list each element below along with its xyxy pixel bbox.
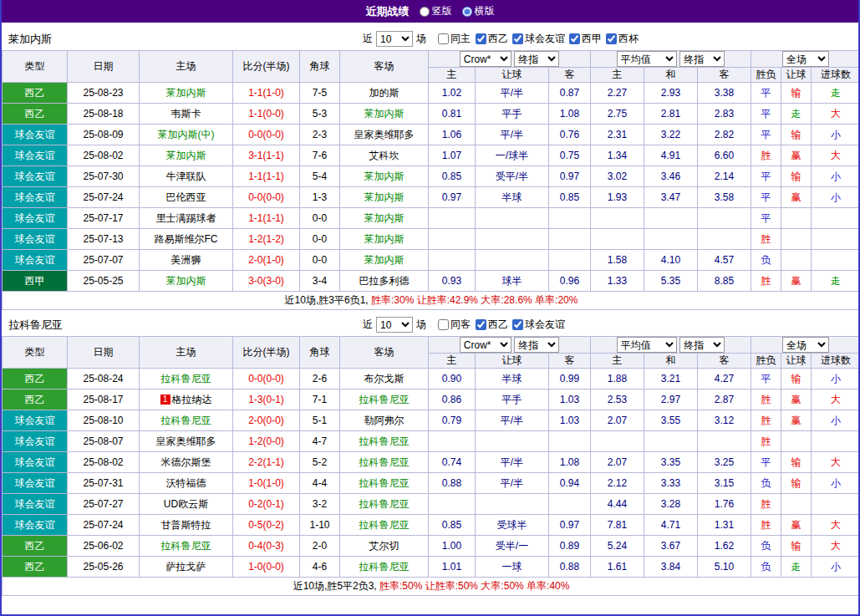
horizontal-layout-radio[interactable]	[462, 7, 472, 17]
col-odds-away: 客	[549, 68, 591, 83]
match-count-select[interactable]: 10	[376, 317, 413, 333]
odds-home-cell: 0.79	[429, 410, 476, 431]
away-team-cell: 拉科鲁尼亚	[340, 431, 429, 452]
league-type-cell: 球会友谊	[3, 166, 68, 187]
odds-home-cell: 0.85	[429, 166, 476, 187]
league-type-cell: 西乙	[3, 557, 68, 578]
avg-draw-cell: 4.71	[644, 515, 698, 536]
league-type-cell: 西乙	[3, 369, 68, 389]
odds-stage-select[interactable]: 终指	[514, 337, 559, 353]
result-cell: 平	[751, 83, 781, 104]
league-checkbox[interactable]	[569, 33, 580, 44]
avg-home-cell: 4.44	[591, 494, 644, 515]
league-filter-checkbox[interactable]: 西甲	[569, 32, 602, 46]
handicap-result-cell	[781, 208, 812, 229]
league-type-cell: 球会友谊	[3, 452, 68, 473]
same-venue-checkbox[interactable]	[438, 319, 449, 330]
period-select[interactable]: 全场	[782, 51, 829, 67]
home-team-cell: 美洲狮	[140, 250, 233, 271]
odds-stage-select[interactable]: 终指	[514, 51, 559, 67]
away-team-cell: 莱加内斯	[340, 187, 429, 208]
avg-away-cell	[698, 208, 751, 229]
goals-result-cell: 小	[812, 166, 860, 187]
league-checkbox[interactable]	[512, 319, 523, 330]
handicap-result-cell: 输	[781, 369, 812, 389]
league-filter-checkbox[interactable]: 西乙	[476, 318, 508, 332]
col-away: 客场	[340, 337, 429, 369]
col-date: 日期	[68, 51, 140, 83]
vertical-layout-radio[interactable]	[420, 7, 430, 17]
corner-cell: 2-3	[300, 125, 340, 145]
league-checkbox[interactable]	[476, 33, 486, 44]
odds-away-cell: 0.85	[549, 187, 591, 208]
col-handicap-result: 让球	[781, 354, 812, 369]
league-checkbox[interactable]	[606, 33, 617, 44]
result-cell: 负	[751, 250, 781, 271]
handicap-result-cell: 赢	[781, 271, 812, 292]
bookmaker-select[interactable]: Crow*	[460, 51, 511, 67]
avg-stage-select[interactable]: 终指	[679, 337, 725, 353]
league-filter-checkbox[interactable]: 西杯	[606, 32, 639, 46]
col-home: 主场	[140, 337, 233, 369]
league-filters: 西乙球会友谊西甲西杯	[476, 32, 639, 46]
match-row: 球会友谊25-07-31沃特福德1-0(1-0)4-4拉科鲁尼亚0.88平/半0…	[3, 473, 860, 494]
date-cell: 25-07-30	[68, 166, 140, 187]
layout-vertical-option[interactable]: 竖版	[420, 4, 452, 18]
away-team-cell: 莱加内斯	[340, 104, 429, 125]
league-checkbox[interactable]	[476, 319, 486, 330]
avg-home-cell: 1.93	[591, 187, 644, 208]
result-cell: 胜	[751, 271, 781, 292]
period-select[interactable]: 全场	[782, 337, 829, 353]
avg-away-cell: 1.62	[698, 536, 751, 557]
odds-home-cell: 0.74	[429, 452, 476, 473]
home-team-cell: 里士满踢球者	[140, 208, 233, 229]
odds-away-cell: 0.97	[549, 515, 591, 536]
league-filter-checkbox[interactable]: 球会友谊	[512, 318, 565, 332]
col-type: 类型	[3, 337, 68, 369]
odds-handicap-cell: 平/半	[476, 125, 549, 145]
result-cell: 负	[751, 473, 781, 494]
result-cell: 平	[751, 166, 781, 187]
avg-away-cell	[698, 229, 751, 250]
layout-horizontal-option[interactable]: 横版	[462, 4, 495, 18]
league-filter-checkbox[interactable]: 西乙	[476, 32, 508, 46]
col-odds-home: 主	[429, 354, 476, 369]
score-cell: 0-2(0-1)	[233, 494, 300, 515]
avg-away-cell: 2.87	[698, 389, 751, 410]
average-select[interactable]: 平均值	[617, 51, 677, 67]
odds-away-cell: 1.08	[549, 452, 591, 473]
odds-home-cell: 1.06	[429, 125, 476, 145]
odds-home-cell: 1.01	[429, 557, 476, 578]
odds-home-cell: 0.85	[429, 515, 476, 536]
odds-home-cell	[429, 494, 476, 515]
odds-handicap-cell: 平/半	[476, 83, 549, 104]
avg-stage-select[interactable]: 终指	[679, 51, 725, 67]
average-select[interactable]: 平均值	[617, 337, 677, 353]
league-checkbox[interactable]	[512, 33, 523, 44]
date-cell: 25-08-09	[68, 125, 140, 145]
col-avg-draw: 和	[644, 68, 698, 83]
handicap-result-cell: 输	[781, 452, 812, 473]
bookmaker-select[interactable]: Crow*	[460, 337, 511, 353]
avg-draw-cell: 4.91	[644, 145, 698, 166]
match-count-select[interactable]: 10	[376, 31, 413, 47]
team2-section: 拉科鲁尼亚 近 10 场 同客 西乙球会友谊 类型	[2, 313, 858, 596]
away-team-cell: 拉科鲁尼亚	[340, 515, 429, 536]
team2-filter-controls: 近 10 场 同客 西乙球会友谊	[363, 313, 565, 336]
same-venue-checkbox[interactable]	[438, 33, 449, 44]
league-label: 球会友谊	[525, 318, 565, 332]
summary-row: 近10场,胜5平2负3, 胜率:50% 让胜率:50% 大率:50% 单率:40…	[3, 578, 860, 596]
odds-home-cell: 0.86	[429, 389, 476, 410]
same-venue-filter[interactable]: 同主	[438, 32, 471, 46]
same-venue-filter[interactable]: 同客	[438, 318, 471, 332]
result-cell: 平	[751, 125, 781, 145]
league-type-cell: 球会友谊	[3, 431, 68, 452]
col-result: 胜负	[751, 68, 781, 83]
goals-result-cell: 小	[812, 557, 860, 578]
odds-away-cell: 0.87	[549, 83, 591, 104]
odds-handicap-cell: 球半	[476, 271, 549, 292]
date-cell: 25-07-07	[68, 250, 140, 271]
avg-away-cell: 8.85	[698, 271, 751, 292]
league-filter-checkbox[interactable]: 球会友谊	[512, 32, 565, 46]
team1-name: 莱加内斯	[8, 32, 52, 47]
